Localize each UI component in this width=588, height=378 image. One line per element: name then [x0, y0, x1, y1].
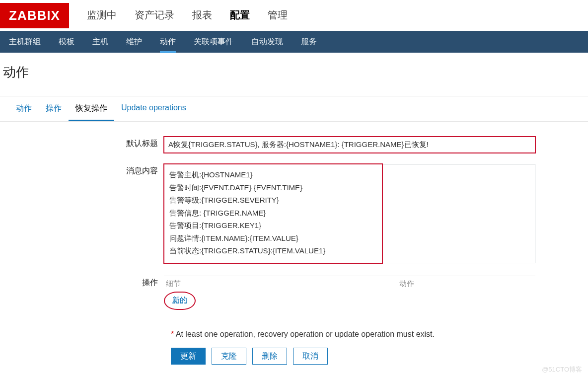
subject-input[interactable] [164, 137, 535, 153]
operations-header: 细节 动作 [164, 276, 535, 292]
logo: ZABBIX [0, 3, 69, 28]
row-subject: 默认标题 [0, 137, 588, 153]
tab-action[interactable]: 动作 [9, 96, 39, 121]
row-operations: 操作 细节 动作 新的 [0, 276, 588, 310]
label-subject: 默认标题 [0, 137, 164, 149]
subnav-hostgroups[interactable]: 主机群组 [0, 32, 50, 52]
col-action: 动作 [399, 279, 533, 289]
tab-operations[interactable]: 操作 [39, 96, 69, 121]
operations-table: 细节 动作 新的 [164, 276, 535, 310]
clone-button[interactable]: 克隆 [212, 348, 246, 365]
action-buttons: 更新 克隆 删除 取消 [0, 348, 588, 378]
form: 默认标题 消息内容 告警主机:{HOSTNAME1} 告警时间:{EVENT.D… [0, 122, 588, 378]
topnav-reports[interactable]: 报表 [183, 0, 221, 32]
top-nav: 监测中 资产记录 报表 配置 管理 [78, 0, 296, 32]
label-operations: 操作 [0, 276, 164, 288]
highlight-oval: 新的 [164, 292, 196, 310]
validation-message: * At least one operation, recovery opera… [0, 321, 588, 348]
top-bar: ZABBIX 监测中 资产记录 报表 配置 管理 [0, 0, 588, 31]
watermark: @51CTO博客 [542, 365, 582, 374]
subnav-maintenance[interactable]: 维护 [117, 32, 151, 52]
row-message: 消息内容 告警主机:{HOSTNAME1} 告警时间:{EVENT.DATE} … [0, 164, 588, 265]
cancel-button[interactable]: 取消 [293, 348, 328, 365]
page-title: 动作 [0, 53, 588, 96]
topnav-inventory[interactable]: 资产记录 [126, 0, 183, 32]
operations-body: 新的 [164, 292, 535, 310]
subnav-discovery[interactable]: 自动发现 [242, 32, 292, 52]
topnav-configuration[interactable]: 配置 [221, 0, 259, 32]
subnav-hosts[interactable]: 主机 [83, 32, 117, 52]
sub-nav: 主机群组 模板 主机 维护 动作 关联项事件 自动发现 服务 [0, 31, 588, 53]
validation-text: At least one operation, recovery operati… [176, 330, 435, 338]
subnav-templates[interactable]: 模板 [50, 32, 83, 52]
message-textarea[interactable]: 告警主机:{HOSTNAME1} 告警时间:{EVENT.DATE} {EVEN… [164, 164, 535, 263]
label-message: 消息内容 [0, 164, 164, 176]
topnav-monitoring[interactable]: 监测中 [78, 0, 126, 32]
tab-recovery-operations[interactable]: 恢复操作 [69, 96, 114, 121]
update-button[interactable]: 更新 [171, 348, 206, 365]
delete-button[interactable]: 删除 [252, 348, 287, 365]
new-operation-link[interactable]: 新的 [171, 294, 189, 307]
required-star: * [171, 330, 174, 338]
subnav-correlation[interactable]: 关联项事件 [185, 32, 242, 52]
tabs: 动作 操作 恢复操作 Update operations [0, 96, 588, 121]
tab-update-operations[interactable]: Update operations [114, 96, 193, 121]
subnav-actions[interactable]: 动作 [151, 32, 185, 52]
subnav-services[interactable]: 服务 [292, 32, 326, 52]
col-detail: 细节 [166, 279, 399, 289]
topnav-administration[interactable]: 管理 [259, 0, 296, 32]
